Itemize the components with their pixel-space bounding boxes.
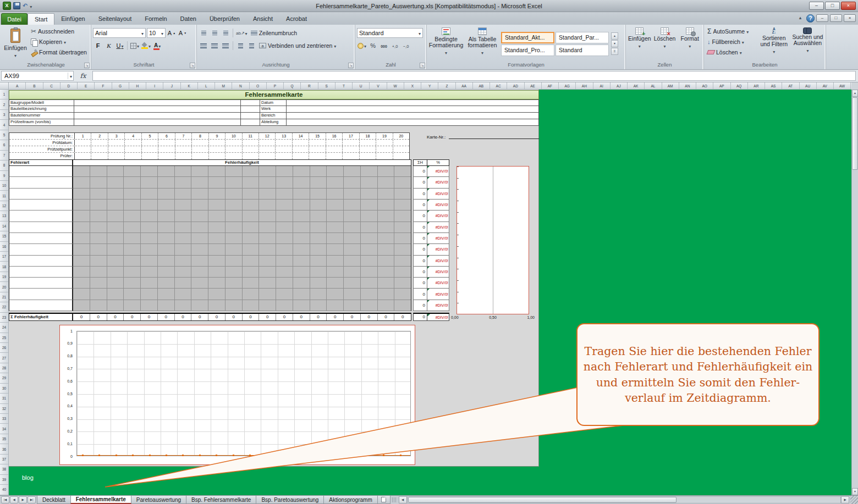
frequency-cell[interactable] <box>73 189 90 200</box>
frequency-cell[interactable] <box>191 222 208 233</box>
fill-color-arrow-icon[interactable] <box>148 42 151 49</box>
decrease-indent-button[interactable] <box>235 41 245 51</box>
frequency-cell[interactable] <box>208 222 226 233</box>
frequency-cell[interactable] <box>310 267 327 278</box>
vertical-scroll-track[interactable] <box>852 97 858 488</box>
pruefung-cell[interactable] <box>376 153 393 159</box>
karte-nr-field[interactable]: Karte-Nr.: <box>427 133 539 140</box>
frequency-cell[interactable] <box>310 300 327 311</box>
frequency-cell[interactable] <box>276 267 293 278</box>
frequency-cell[interactable] <box>310 177 327 188</box>
horizontal-scroll-track[interactable] <box>407 496 841 503</box>
frequency-cell[interactable] <box>124 177 141 188</box>
column-header-AP[interactable]: AP <box>713 82 730 89</box>
pruefung-cell[interactable] <box>125 153 141 159</box>
frequency-cell[interactable] <box>293 278 310 289</box>
frequency-cell[interactable] <box>243 189 260 200</box>
column-header-N[interactable]: N <box>232 82 249 89</box>
font-name-select[interactable]: Arial <box>93 28 146 38</box>
frequency-cell[interactable] <box>208 166 226 177</box>
frequency-cell[interactable] <box>259 244 276 255</box>
pruefung-col-header[interactable]: 2 <box>91 133 108 139</box>
frequency-cell[interactable] <box>175 166 192 177</box>
row-header-8[interactable]: 8 <box>0 160 8 170</box>
frequency-cell[interactable] <box>394 211 411 221</box>
frequency-cell[interactable] <box>73 256 90 267</box>
column-header-AS[interactable]: AS <box>765 82 782 89</box>
fill-color-button[interactable] <box>141 41 151 51</box>
pruefung-cell[interactable] <box>192 153 208 159</box>
fehlerart-cell[interactable] <box>9 200 73 211</box>
pruefung-cell[interactable] <box>360 146 376 152</box>
pruefung-cell[interactable] <box>326 140 343 146</box>
pruefung-col-header[interactable]: 7 <box>175 133 192 139</box>
frequency-cell[interactable] <box>259 177 276 188</box>
frequency-cell[interactable] <box>394 233 411 244</box>
ribbon-tab-1[interactable]: Einfügen <box>54 13 91 25</box>
frequency-cell[interactable] <box>107 267 124 278</box>
pruefung-col-header[interactable]: 18 <box>360 133 376 139</box>
frequency-cell[interactable] <box>226 278 243 289</box>
merge-arrow-icon[interactable] <box>334 42 336 49</box>
fehlerart-cell[interactable] <box>9 211 73 221</box>
frequency-cell[interactable] <box>175 300 192 311</box>
frequency-cell[interactable] <box>394 200 411 211</box>
frequency-cell[interactable] <box>191 289 208 300</box>
column-header-S[interactable]: S <box>318 82 336 89</box>
column-header-AU[interactable]: AU <box>800 82 817 89</box>
pruefung-cell[interactable] <box>75 140 91 146</box>
frequency-cell[interactable] <box>158 177 175 188</box>
find-select-button[interactable]: Suchen und Auswählen <box>791 26 824 61</box>
frequency-cell[interactable] <box>208 233 226 244</box>
fehlerart-cell[interactable] <box>9 233 73 244</box>
frequency-cell[interactable] <box>293 300 310 311</box>
frequency-cell[interactable] <box>344 189 361 200</box>
row-header-28[interactable]: 28 <box>0 363 8 373</box>
alignment-dialog-launcher-icon[interactable] <box>348 63 354 68</box>
frequency-cell[interactable] <box>141 200 158 211</box>
pruefung-cell[interactable] <box>125 146 141 152</box>
delete-cells-button[interactable]: Löschen <box>653 26 677 61</box>
name-box[interactable]: AX99 <box>1 71 74 81</box>
frequency-cell[interactable] <box>259 278 276 289</box>
number-dialog-launcher-icon[interactable] <box>420 63 425 68</box>
frequency-cell[interactable] <box>394 177 411 188</box>
row-header-13[interactable]: 13 <box>0 211 8 221</box>
frequency-cell[interactable] <box>90 166 107 177</box>
frequency-cell[interactable] <box>394 289 411 300</box>
pruefung-cell[interactable] <box>108 153 125 159</box>
column-header-AE[interactable]: AE <box>525 82 542 89</box>
pruefung-cell[interactable] <box>209 153 226 159</box>
row-header-32[interactable]: 32 <box>0 404 8 414</box>
frequency-cell[interactable] <box>276 166 293 177</box>
pruefung-cell[interactable] <box>142 153 158 159</box>
frequency-cell[interactable] <box>107 189 124 200</box>
form-input-left[interactable] <box>74 119 241 126</box>
frequency-cell[interactable] <box>276 233 293 244</box>
column-header-AO[interactable]: AO <box>696 82 713 89</box>
pruefung-cell[interactable] <box>226 153 242 159</box>
sheet-tab-1[interactable]: Fehlersammelkarte <box>70 496 131 504</box>
frequency-cell[interactable] <box>327 200 344 211</box>
column-header-J[interactable]: J <box>163 82 180 89</box>
frequency-cell[interactable] <box>327 189 344 200</box>
form-input-right[interactable] <box>287 113 539 119</box>
frequency-cell[interactable] <box>107 244 124 255</box>
frequency-cell[interactable] <box>293 189 310 200</box>
horizontal-scroll-thumb[interactable] <box>408 497 676 503</box>
frequency-cell[interactable] <box>276 244 293 255</box>
frequency-cell[interactable] <box>259 200 276 211</box>
scroll-down-arrow[interactable] <box>852 488 858 495</box>
align-bottom-button[interactable] <box>221 28 230 38</box>
close-button[interactable] <box>841 2 856 10</box>
vertical-scrollbar[interactable] <box>851 90 858 495</box>
column-header-AQ[interactable]: AQ <box>731 82 748 89</box>
frequency-cell[interactable] <box>344 244 361 255</box>
row-header-37[interactable]: 37 <box>0 455 8 464</box>
pruefung-col-header[interactable]: 20 <box>393 133 409 139</box>
frequency-cell[interactable] <box>394 278 411 289</box>
frequency-cell[interactable] <box>90 300 107 311</box>
frequency-cell[interactable] <box>394 267 411 278</box>
frequency-cell[interactable] <box>191 256 208 267</box>
row-header-21[interactable]: 21 <box>0 292 8 302</box>
